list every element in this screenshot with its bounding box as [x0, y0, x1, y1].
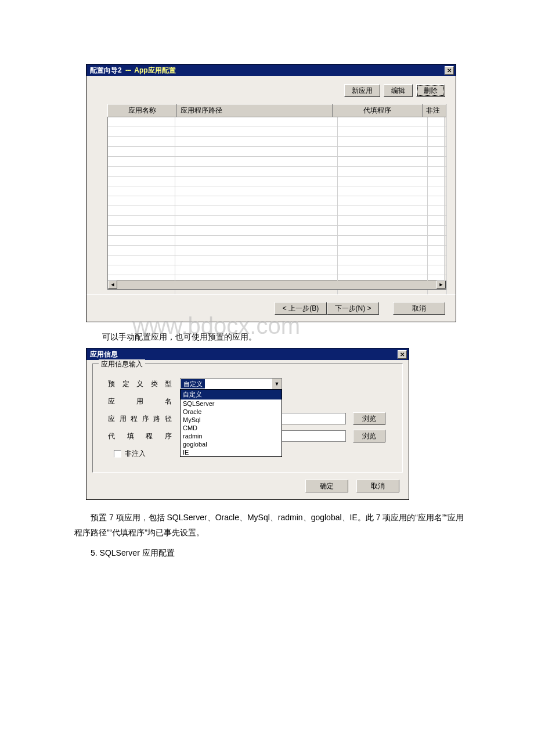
table-row[interactable]	[108, 157, 447, 167]
cancel-button[interactable]: 取消	[356, 480, 399, 492]
col-app-name[interactable]: 应用名称	[108, 105, 177, 117]
ok-button[interactable]: 确定	[305, 480, 348, 492]
combo-selected: 自定义	[181, 379, 205, 388]
horizontal-scrollbar[interactable]: ◄ ►	[107, 280, 446, 290]
wizard-titlebar: 配置向导2 --- App应用配置 ✕	[86, 64, 456, 76]
group-legend: 应用信息输入	[99, 359, 145, 369]
table-row[interactable]	[108, 265, 447, 275]
new-app-button[interactable]: 新应用	[344, 84, 380, 97]
table-row[interactable]	[108, 147, 447, 157]
wizard-title-sep: ---	[124, 66, 132, 74]
table-row[interactable]	[108, 226, 447, 236]
table-row[interactable]	[108, 255, 447, 265]
appinfo-groupbox: 应用信息输入 预定义类型 自定义 ▼ 自定义 SQLServer Oracle …	[92, 363, 403, 473]
wizard-title-main: 配置向导2	[90, 66, 122, 75]
scroll-left-icon[interactable]: ◄	[108, 280, 117, 289]
table-row[interactable]	[108, 236, 447, 246]
dropdown-option[interactable]: Oracle	[181, 408, 282, 416]
dropdown-option[interactable]: goglobal	[181, 440, 282, 448]
close-icon[interactable]: ✕	[398, 350, 407, 359]
col-noinject[interactable]: 非注	[422, 105, 446, 117]
scroll-right-icon[interactable]: ►	[436, 280, 446, 289]
table-row[interactable]	[108, 196, 447, 206]
wizard-title-sub: App应用配置	[134, 66, 175, 75]
next-button[interactable]: 下一步(N) >	[327, 302, 379, 315]
dropdown-option[interactable]: SQLServer	[181, 399, 282, 408]
table-row[interactable]	[108, 137, 447, 147]
table-row[interactable]	[108, 186, 447, 196]
table-row[interactable]	[108, 206, 447, 216]
cancel-button[interactable]: 取消	[393, 302, 445, 315]
prev-button[interactable]: < 上一步(B)	[275, 302, 327, 315]
table-row[interactable]	[108, 246, 447, 255]
delete-button[interactable]: 删除	[416, 84, 445, 97]
table-row[interactable]	[108, 216, 447, 226]
close-icon[interactable]: ✕	[445, 66, 454, 75]
browse-apppath-button[interactable]: 浏览	[353, 412, 385, 425]
chevron-down-icon[interactable]: ▼	[272, 379, 282, 389]
col-app-path[interactable]: 应用程序路径	[176, 105, 332, 117]
label-filler: 代填程序	[102, 431, 180, 441]
dropdown-option[interactable]: radmin	[181, 432, 282, 440]
appinfo-dialog: 应用信息 ✕ 应用信息输入 预定义类型 自定义 ▼ 自定义 SQLServer	[86, 348, 409, 500]
table-row[interactable]	[108, 117, 447, 127]
doc-text-mid: 可以手动配置应用，也可使用预置的应用。	[86, 330, 467, 343]
label-noinject: 非注入	[125, 449, 146, 459]
noinject-checkbox[interactable]	[114, 450, 121, 458]
app-table: 应用名称 应用程序路径 代填程序 非注	[107, 104, 445, 280]
appinfo-title: 应用信息	[90, 350, 118, 359]
label-apppath: 应用程序路径	[102, 414, 180, 424]
appinfo-titlebar: 应用信息 ✕	[86, 348, 409, 360]
browse-filler-button[interactable]: 浏览	[353, 430, 385, 442]
table-row[interactable]	[108, 167, 447, 177]
col-filler[interactable]: 代填程序	[332, 105, 422, 117]
table-row[interactable]	[108, 177, 447, 186]
dropdown-option[interactable]: IE	[181, 448, 282, 456]
predef-dropdown-list[interactable]: 自定义 SQLServer Oracle MySql CMD radmin go…	[180, 389, 282, 457]
doc-heading: 5. SQLServer 应用配置	[74, 546, 467, 560]
table-row[interactable]	[108, 127, 447, 137]
label-appname: 应用名	[102, 397, 180, 406]
predef-type-combo[interactable]: 自定义 ▼	[180, 378, 282, 390]
dropdown-option[interactable]: MySql	[181, 416, 282, 424]
dropdown-option[interactable]: 自定义	[181, 390, 282, 399]
edit-button[interactable]: 编辑	[384, 84, 413, 97]
dropdown-option[interactable]: CMD	[181, 424, 282, 432]
label-predef: 预定义类型	[102, 379, 180, 389]
wizard-dialog: 配置向导2 --- App应用配置 ✕ 新应用 编辑 删除 应用名称 应用程序路…	[86, 64, 456, 322]
doc-paragraph: 预置 7 项应用，包括 SQLServer、Oracle、MySql、radmi…	[74, 510, 469, 539]
